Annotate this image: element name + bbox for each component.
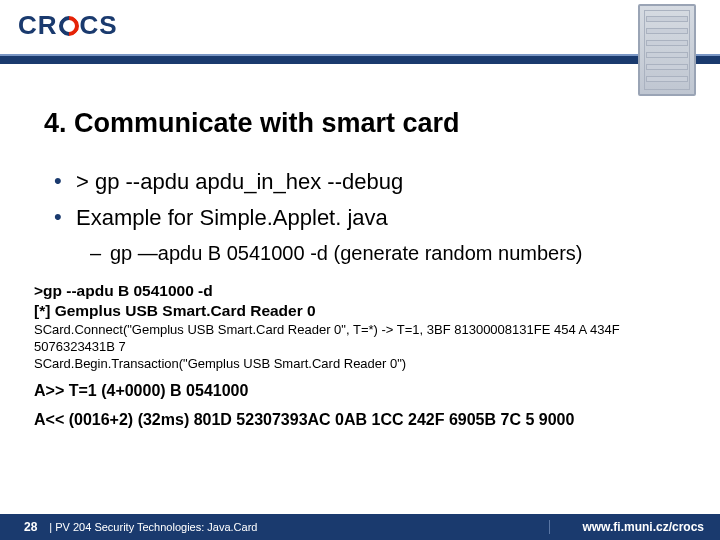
bullet-item: • Example for Simple.Applet. java xyxy=(54,203,676,233)
logo-ring-icon xyxy=(54,11,82,39)
code-line-transaction: SCard.Begin.Transaction("Gemplus USB Sma… xyxy=(34,355,686,372)
code-line-reader: [*] Gemplus USB Smart.Card Reader 0 xyxy=(34,301,686,321)
apdu-recv-line: A<< (0016+2) (32ms) 801D 52307393AC 0AB … xyxy=(34,409,686,430)
crocs-logo: CR CS xyxy=(18,10,118,41)
slide-footer: 28 | PV 204 Security Technologies: Java.… xyxy=(0,514,720,540)
rack-slot xyxy=(646,28,688,34)
rack-slot xyxy=(646,52,688,58)
logo-text-left: CR xyxy=(18,10,58,41)
rack-slot xyxy=(646,16,688,22)
code-line-connect: SCard.Connect("Gemplus USB Smart.Card Re… xyxy=(34,321,686,355)
rack-slot xyxy=(646,40,688,46)
code-line-command: >gp --apdu B 0541000 -d xyxy=(34,281,686,301)
dash-icon: – xyxy=(90,239,110,267)
footer-url: www.fi.muni.cz/crocs xyxy=(582,520,704,534)
server-rack-graphic xyxy=(638,4,696,96)
slide-header: CR CS xyxy=(0,0,720,64)
slide-content: 4. Communicate with smart card • > gp --… xyxy=(0,64,720,267)
bullet-dot-icon: • xyxy=(54,167,76,195)
page-number: 28 xyxy=(24,520,37,534)
bullet-item: • > gp --apdu apdu_in_hex --debug xyxy=(54,167,676,197)
logo-text-right: CS xyxy=(80,10,118,41)
bullet-list: • > gp --apdu apdu_in_hex --debug • Exam… xyxy=(54,167,676,267)
header-bar xyxy=(0,54,720,64)
slide-title: 4. Communicate with smart card xyxy=(44,108,676,139)
code-output-block: >gp --apdu B 0541000 -d [*] Gemplus USB … xyxy=(34,281,686,430)
rack-slot xyxy=(646,64,688,70)
footer-course-text: | PV 204 Security Technologies: Java.Car… xyxy=(49,521,257,533)
sub-bullet-text: gp —apdu B 0541000 -d (generate random n… xyxy=(110,239,583,267)
footer-separator xyxy=(549,520,550,534)
apdu-sent-line: A>> T=1 (4+0000) B 0541000 xyxy=(34,380,686,401)
rack-slot xyxy=(646,76,688,82)
bullet-text: Example for Simple.Applet. java xyxy=(76,203,388,233)
bullet-text: > gp --apdu apdu_in_hex --debug xyxy=(76,167,403,197)
sub-bullet-item: – gp —apdu B 0541000 -d (generate random… xyxy=(90,239,676,267)
bullet-dot-icon: • xyxy=(54,203,76,231)
